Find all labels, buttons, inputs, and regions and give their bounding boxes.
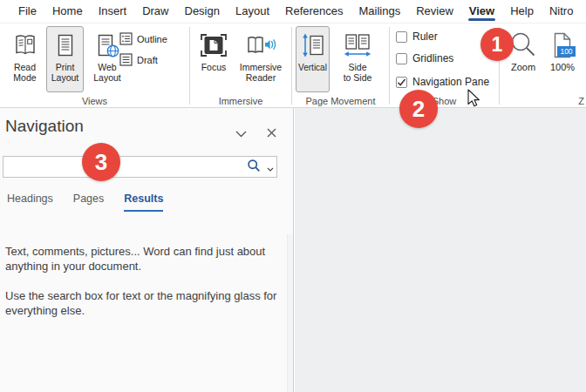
search-input[interactable]	[3, 157, 243, 177]
ruler-label: Ruler	[412, 30, 438, 43]
vertical-button[interactable]: Vertical	[296, 26, 330, 92]
tab-home[interactable]: Home	[44, 0, 91, 23]
zoom-100-button[interactable]: 100 100%	[545, 26, 580, 92]
immersive-reader-icon	[245, 30, 276, 61]
step-badge-2: 2	[399, 90, 438, 128]
tab-results[interactable]: Results	[124, 193, 163, 212]
search-button[interactable]	[243, 157, 264, 177]
group-label-immersive: Immersive	[190, 96, 291, 106]
search-box	[3, 156, 277, 178]
ruler-checkbox[interactable]: Ruler	[396, 30, 438, 43]
web-layout-icon	[93, 30, 121, 61]
group-label-zoom-truncated: Z	[578, 96, 584, 106]
navigation-pane-checkbox-box	[396, 77, 407, 88]
focus-button[interactable]: Focus	[195, 26, 232, 92]
read-mode-button[interactable]: Read Mode	[5, 26, 44, 92]
results-help-text: Text, comments, pictures... Word can fin…	[5, 244, 279, 333]
draft-button[interactable]: Draft	[119, 52, 158, 68]
side-to-side-button[interactable]: Side to Side	[331, 26, 384, 92]
search-options-button[interactable]	[264, 157, 276, 177]
tab-headings[interactable]: Headings	[7, 193, 53, 212]
read-mode-icon	[12, 30, 38, 61]
help-paragraph: Use the search box for text or the magni…	[5, 288, 279, 318]
draft-icon	[119, 53, 133, 68]
gridlines-checkbox[interactable]: Gridlines	[396, 52, 453, 64]
zoom-100-label: 100%	[550, 63, 575, 73]
navigation-tabs: Headings Pages Results	[7, 193, 163, 212]
chevron-down-icon	[235, 125, 247, 141]
tab-help[interactable]: Help	[502, 0, 542, 23]
tab-view[interactable]: View	[461, 0, 502, 23]
read-mode-label: Read	[14, 62, 36, 72]
gridlines-label: Gridlines	[412, 52, 453, 64]
immersive-reader-label: Immersive	[240, 62, 282, 72]
navigation-pane-checkbox[interactable]: Navigation Pane	[396, 76, 489, 88]
focus-label: Focus	[201, 63, 227, 73]
pane-scrollbar[interactable]	[287, 234, 293, 392]
navigation-pane-title: Navigation	[5, 117, 84, 136]
print-layout-label: Print	[56, 62, 75, 72]
close-icon	[267, 125, 276, 141]
outline-button[interactable]: Outline	[119, 31, 167, 47]
zoom-100-icon: 100	[551, 30, 574, 61]
group-immersive: Focus Immersive Reader Immersive	[190, 24, 291, 108]
help-paragraph: Text, comments, pictures... Word can fin…	[5, 244, 279, 274]
zoom-100-badge: 100	[557, 46, 576, 57]
draft-label: Draft	[137, 55, 158, 65]
tab-mailings[interactable]: Mailings	[351, 0, 409, 23]
tab-design[interactable]: Design	[177, 0, 228, 23]
chevron-down-icon	[267, 159, 274, 175]
print-layout-icon	[52, 30, 78, 61]
focus-icon	[199, 30, 228, 61]
group-zoom: Zoom 100 100% Z	[500, 24, 586, 108]
tab-insert[interactable]: Insert	[91, 0, 135, 23]
step-badge-3: 3	[82, 143, 120, 181]
tab-file[interactable]: File	[10, 0, 44, 23]
navigation-pane: Navigation	[0, 108, 294, 392]
group-views: Read Mode Print Layout	[0, 24, 189, 108]
vertical-label: Vertical	[298, 63, 327, 73]
group-label-page-movement: Page Movement	[292, 96, 389, 106]
document-canvas[interactable]	[295, 108, 586, 392]
group-page-movement: Vertical	[292, 24, 389, 108]
pane-close-button[interactable]	[264, 127, 278, 139]
outline-label: Outline	[137, 34, 167, 44]
tab-references[interactable]: References	[277, 0, 351, 23]
tab-pages[interactable]: Pages	[73, 193, 104, 212]
ruler-checkbox-box	[396, 31, 407, 43]
gridlines-checkbox-box	[396, 53, 407, 64]
step-badge-1: 1	[480, 28, 514, 61]
word-window: File Home Insert Draw Design Layout Refe…	[0, 0, 586, 392]
print-layout-button[interactable]: Print Layout	[46, 26, 84, 92]
mouse-cursor-icon	[467, 89, 480, 112]
navigation-pane-label: Navigation Pane	[412, 76, 489, 88]
tab-layout[interactable]: Layout	[228, 0, 277, 23]
tab-draw[interactable]: Draw	[134, 0, 176, 23]
pane-options-button[interactable]	[234, 127, 248, 139]
ribbon-tab-bar: File Home Insert Draw Design Layout Refe…	[0, 0, 586, 24]
side-to-side-label: Side	[348, 62, 366, 72]
group-label-views: Views	[0, 96, 189, 106]
web-layout-label: Web	[98, 62, 116, 72]
tab-nitro[interactable]: Nitro	[542, 0, 581, 23]
outline-icon	[119, 32, 133, 47]
tab-review[interactable]: Review	[408, 0, 461, 23]
zoom-label: Zoom	[511, 63, 535, 73]
search-icon	[247, 159, 261, 176]
immersive-reader-button[interactable]: Immersive Reader	[234, 26, 288, 92]
vertical-icon	[301, 30, 325, 61]
side-to-side-icon	[343, 30, 372, 61]
